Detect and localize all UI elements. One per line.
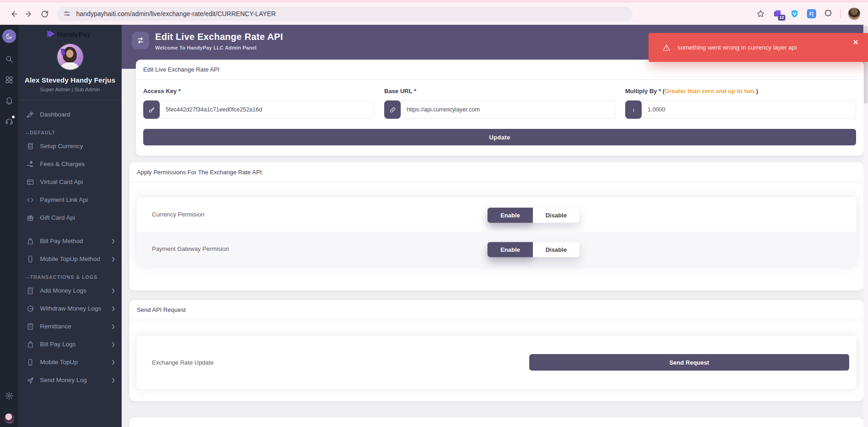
chevron-right-icon: ❯ xyxy=(112,377,115,383)
update-button[interactable]: Update xyxy=(143,129,856,145)
info-icon xyxy=(625,100,642,119)
sidebar-item-mobile-topup[interactable]: Mobile TopUp ❯ xyxy=(18,353,122,371)
sidebar-item-setup-currency[interactable]: Setup Currency ❯ xyxy=(18,137,122,155)
sidebar-item-virtual-card-api[interactable]: Virtual Card Api ❯ xyxy=(18,173,122,191)
chevron-right-icon: ❯ xyxy=(112,238,115,244)
reload-icon xyxy=(40,10,49,18)
link-icon xyxy=(384,100,401,119)
card-icon xyxy=(26,178,34,186)
grid-icon xyxy=(5,75,14,84)
sidebar-section-label: --TRANSACTIONS & LOGS xyxy=(18,268,122,282)
search-icon xyxy=(5,55,14,64)
sidebar-item-withdraw-money-logs[interactable]: Withdraw Money Logs ❯ xyxy=(18,299,122,317)
sidebar-item-add-money-logs[interactable]: Add Money Logs ❯ xyxy=(18,282,122,299)
browser-profile-avatar[interactable] xyxy=(848,7,861,20)
sidebar-item-bill-pay-logs[interactable]: Bill Pay Logs ❯ xyxy=(18,335,122,353)
brand-logo-icon xyxy=(49,31,55,37)
calc-icon xyxy=(26,322,34,331)
bag-icon xyxy=(26,340,34,349)
chevron-right-icon: ❯ xyxy=(112,288,115,293)
apps-button[interactable] xyxy=(5,75,14,84)
back-button[interactable] xyxy=(6,6,21,22)
url-text[interactable]: handypayhaiti.com/admin/live/exchange-ra… xyxy=(76,10,276,17)
reload-button[interactable] xyxy=(37,6,52,22)
currency-disable-button[interactable]: Disable xyxy=(533,207,579,222)
exchange-arrows-icon xyxy=(136,36,145,45)
chevron-right-icon: ❯ xyxy=(112,324,115,329)
shield-extension-button[interactable] xyxy=(790,9,800,19)
extension-purple-button[interactable]: 12 xyxy=(773,9,783,19)
sidebar-item-payment-link-api[interactable]: Payment Link Api ❯ xyxy=(18,191,122,209)
sidebar-menu: Dashboard ❯ --DEFAULT Setup Currency ❯ F… xyxy=(18,100,122,389)
f-extension-button[interactable]: F[ xyxy=(806,9,817,19)
coins-icon xyxy=(26,142,34,150)
currency-permission-toggle: Enable Disable xyxy=(487,207,579,222)
withdraw-icon xyxy=(26,305,34,313)
exchange-rate-update-label: Exchange Rate Update xyxy=(152,359,213,366)
phone-icon xyxy=(26,255,34,263)
base-url-input[interactable] xyxy=(397,100,615,119)
exchange-rate-chip xyxy=(132,32,149,49)
puzzle-icon xyxy=(824,9,833,18)
payment-gateway-disable-button[interactable]: Disable xyxy=(533,242,579,257)
sidebar-item-remittance[interactable]: Remittance ❯ xyxy=(18,317,122,335)
access-key-input[interactable] xyxy=(156,100,374,119)
extensions-menu-button[interactable] xyxy=(823,9,834,19)
send-request-button[interactable]: Send Request xyxy=(529,354,849,371)
f-extension-icon: F[ xyxy=(807,9,816,18)
rocket-icon xyxy=(26,111,34,119)
brand-logo-text: HandyPay xyxy=(57,30,91,38)
access-key-label: Access Key * xyxy=(143,88,374,94)
permission-row-currency: Currency Permision Enable Disable xyxy=(137,197,856,232)
multiply-by-input[interactable] xyxy=(638,100,856,119)
support-button[interactable] xyxy=(5,116,14,126)
permissions-table: Currency Permision Enable Disable Paymen… xyxy=(137,197,856,266)
forward-button[interactable] xyxy=(21,6,37,22)
error-toast: something went wrong in currency layer a… xyxy=(649,33,868,62)
forward-arrow-icon xyxy=(25,10,34,18)
icon-rail xyxy=(0,25,18,427)
base-url-label: Base URL * xyxy=(384,88,615,94)
user-avatar[interactable] xyxy=(57,44,83,70)
sidebar-item-bill-pay-method[interactable]: Bill Pay Method ❯ xyxy=(18,232,122,250)
page-title: Edit Live Exchange Rate API xyxy=(155,32,283,42)
page-subtitle: Welcome To HandyPay LLC Admin Panel xyxy=(155,45,283,50)
gift-icon xyxy=(26,214,34,222)
address-bar[interactable]: handypayhaiti.com/admin/live/exchange-ra… xyxy=(57,7,633,21)
bookmark-star-button[interactable] xyxy=(756,9,766,19)
settings-button[interactable] xyxy=(5,391,14,400)
sidebar-section-label: --DEFAULT xyxy=(18,123,122,137)
key-icon xyxy=(143,100,160,119)
rail-user-avatar[interactable] xyxy=(4,413,14,423)
sidebar-item-mobile-topup-method[interactable]: Mobile TopUp Method ❯ xyxy=(18,250,122,268)
calc-icon xyxy=(26,287,34,295)
extension-badge: 12 xyxy=(778,15,785,21)
send-icon xyxy=(26,376,34,384)
currency-enable-button[interactable]: Enable xyxy=(487,207,533,222)
sidebar-item-send-money-log[interactable]: Send Money Log ❯ xyxy=(18,371,122,389)
brand-logo[interactable]: HandyPay xyxy=(18,29,122,39)
permissions-heading: Apply Permissions For The Exchange Rate … xyxy=(129,162,863,183)
star-icon xyxy=(756,9,765,18)
sidebar-item-fees-charges[interactable]: Fees & Charges ❯ xyxy=(18,155,122,173)
chevron-right-icon: ❯ xyxy=(112,306,115,311)
payment-gateway-permission-toggle: Enable Disable xyxy=(487,242,579,257)
permission-row-payment-gateway: Payment Gateway Permision Enable Disable xyxy=(137,232,856,266)
edit-exchange-rate-card: Edit Live Exchange Rate API Access Key * xyxy=(136,60,863,155)
sidebar: HandyPay Alex Stevedy Handy Ferjus Super… xyxy=(18,25,122,427)
site-info-icon[interactable] xyxy=(63,10,71,17)
bell-icon xyxy=(5,96,14,105)
sidebar-item-gift-card-api[interactable]: Gift Card Api ❯ xyxy=(18,209,122,227)
chevron-right-icon: ❯ xyxy=(112,256,115,261)
multiply-by-hint: Greater than zero and up to two. xyxy=(665,88,756,94)
theme-toggle-button[interactable] xyxy=(2,29,16,43)
search-button[interactable] xyxy=(5,55,14,64)
fees-icon xyxy=(26,160,34,168)
toast-close-button[interactable]: ✕ xyxy=(853,39,858,45)
toast-message: something went wrong in currency layer a… xyxy=(678,44,797,51)
user-name: Alex Stevedy Handy Ferjus xyxy=(18,76,122,84)
payment-gateway-enable-button[interactable]: Enable xyxy=(487,242,533,257)
notifications-button[interactable] xyxy=(5,96,14,105)
page-scrollbar[interactable] xyxy=(863,25,868,427)
sidebar-item-dashboard[interactable]: Dashboard ❯ xyxy=(18,105,122,123)
